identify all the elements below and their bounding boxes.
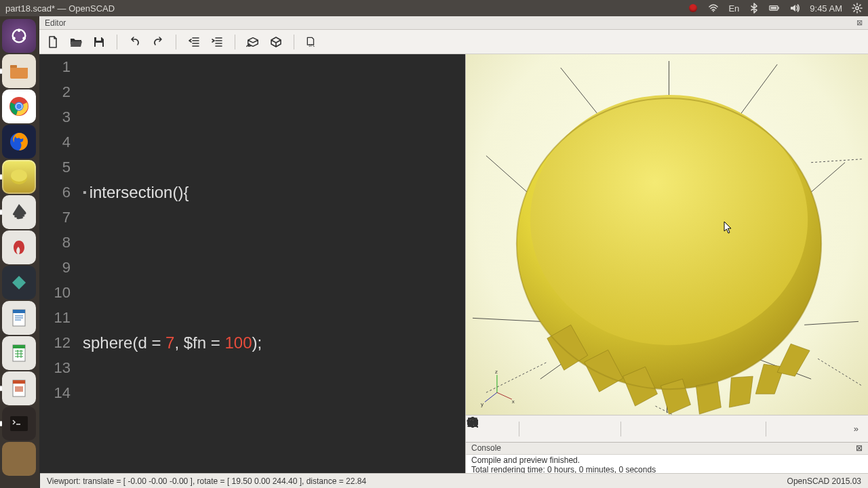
- svg-line-39: [818, 359, 862, 386]
- console-close-icon[interactable]: ⊠: [856, 443, 863, 453]
- view-bottom-icon[interactable]: [675, 420, 689, 438]
- viewport-status: Viewport: translate = [ -0.00 -0.00 -0.0…: [47, 476, 366, 486]
- indent-icon[interactable]: [209, 34, 225, 50]
- svg-point-0: [713, 11, 714, 12]
- show-axes-icon[interactable]: [829, 420, 843, 438]
- view-right-icon[interactable]: [632, 420, 646, 438]
- orthographic-icon[interactable]: [799, 420, 812, 438]
- unity-launcher: [0, 16, 39, 488]
- svg-point-16: [11, 169, 27, 182]
- export-stl-icon[interactable]: STL: [304, 34, 320, 50]
- launcher-firefox[interactable]: [2, 125, 36, 159]
- svg-text:x: x: [512, 399, 515, 405]
- svg-rect-26: [96, 43, 102, 47]
- svg-point-8: [22, 37, 26, 40]
- console-output: Compile and preview finished. Total rend…: [466, 455, 868, 475]
- statusbar: Viewport: translate = [ -0.00 -0.00 -0.0…: [40, 473, 868, 488]
- language-indicator[interactable]: En: [728, 3, 739, 14]
- svg-line-34: [804, 321, 859, 325]
- record-icon[interactable]: [688, 3, 698, 14]
- svg-rect-9: [10, 65, 17, 68]
- unindent-icon[interactable]: [186, 34, 202, 50]
- launcher-other[interactable]: [2, 442, 36, 476]
- launcher-writer[interactable]: [2, 301, 36, 335]
- svg-point-4: [856, 7, 859, 9]
- editor-panel-header: Editor ⊠: [39, 16, 868, 30]
- console-panel: Console ⊠ Compile and preview finished. …: [466, 442, 868, 473]
- editor-toolbar: STL: [39, 30, 868, 54]
- svg-rect-3: [771, 7, 777, 9]
- launcher-evince[interactable]: [2, 230, 36, 264]
- svg-rect-25: [96, 37, 101, 41]
- reset-view-icon[interactable]: [596, 420, 610, 438]
- zoom-out-icon[interactable]: [574, 420, 588, 438]
- code-body[interactable]: ▪intersection(){ sphere(d = 7, $fn = 100…: [76, 54, 465, 488]
- launcher-terminal[interactable]: [2, 407, 36, 441]
- volume-icon[interactable]: [789, 3, 800, 14]
- redo-icon[interactable]: [150, 34, 166, 50]
- view-top-icon[interactable]: [654, 420, 667, 438]
- svg-text:y: y: [481, 401, 484, 407]
- view-front-icon[interactable]: [719, 420, 733, 438]
- svg-rect-22: [13, 380, 25, 384]
- undo-icon[interactable]: [127, 34, 143, 50]
- battery-icon[interactable]: [769, 3, 780, 14]
- svg-point-13: [16, 104, 22, 109]
- clock[interactable]: 9:45 AM: [810, 3, 842, 14]
- editor-panel-label: Editor: [45, 18, 66, 28]
- gear-icon[interactable]: [852, 3, 863, 14]
- svg-rect-18: [13, 310, 25, 313]
- svg-point-7: [12, 37, 16, 40]
- line-gutter: 1 2 3 4 5 6 7 8 9 10 11 12 13 14: [39, 54, 76, 405]
- code-editor[interactable]: 1 2 3 4 5 6 7 8 9 10 11 12 13 14 ▪inters…: [39, 54, 465, 488]
- launcher-impress[interactable]: [2, 371, 36, 405]
- view-left-icon[interactable]: [698, 420, 711, 438]
- svg-text:z: z: [495, 369, 498, 375]
- launcher-openscad[interactable]: [2, 160, 36, 194]
- editor-panel-close-icon[interactable]: ⊠: [856, 18, 863, 27]
- svg-line-40: [486, 362, 547, 392]
- view-back-icon[interactable]: [741, 420, 755, 438]
- svg-rect-24: [10, 416, 28, 431]
- render-icon[interactable]: [268, 34, 284, 50]
- system-tray: En 9:45 AM: [688, 3, 863, 14]
- version-label: OpenSCAD 2015.03: [787, 476, 861, 486]
- launcher-tweak[interactable]: [2, 266, 36, 300]
- svg-line-47: [485, 392, 497, 402]
- svg-rect-23: [15, 386, 23, 392]
- launcher-files[interactable]: [2, 54, 36, 88]
- render-view-icon[interactable]: [494, 420, 508, 438]
- perspective-icon[interactable]: [777, 420, 791, 438]
- openscad-window: Editor ⊠ STL 1 2 3: [39, 16, 868, 488]
- launcher-chrome[interactable]: [2, 89, 36, 123]
- mouse-cursor: [724, 221, 733, 235]
- viewport-toolbar: »: [466, 415, 868, 442]
- svg-line-38: [811, 159, 862, 163]
- system-menubar: part18.scad* — OpenSCAD En 9:45 AM: [0, 0, 868, 16]
- svg-line-33: [473, 318, 540, 321]
- svg-line-46: [497, 392, 512, 399]
- window-title: part18.scad* — OpenSCAD: [5, 3, 688, 14]
- 3d-render: z x y: [466, 54, 868, 440]
- preview-icon[interactable]: [245, 34, 261, 50]
- zoom-in-icon[interactable]: [552, 420, 566, 438]
- console-label: Console: [471, 443, 501, 453]
- 3d-viewport[interactable]: z x y: [465, 54, 868, 488]
- new-file-icon[interactable]: [45, 34, 61, 50]
- svg-text:STL: STL: [309, 43, 315, 47]
- zoom-fit-icon[interactable]: [530, 420, 544, 438]
- svg-point-6: [18, 29, 21, 33]
- wifi-icon[interactable]: [708, 3, 719, 14]
- launcher-dash[interactable]: [2, 19, 36, 53]
- save-file-icon[interactable]: [91, 34, 107, 50]
- launcher-calc[interactable]: [2, 336, 36, 370]
- open-file-icon[interactable]: [68, 34, 84, 50]
- launcher-inkscape[interactable]: [2, 195, 36, 229]
- bluetooth-icon[interactable]: [749, 3, 760, 14]
- svg-rect-20: [13, 345, 25, 348]
- svg-rect-2: [778, 7, 779, 9]
- toolbar-overflow-icon[interactable]: »: [851, 424, 861, 434]
